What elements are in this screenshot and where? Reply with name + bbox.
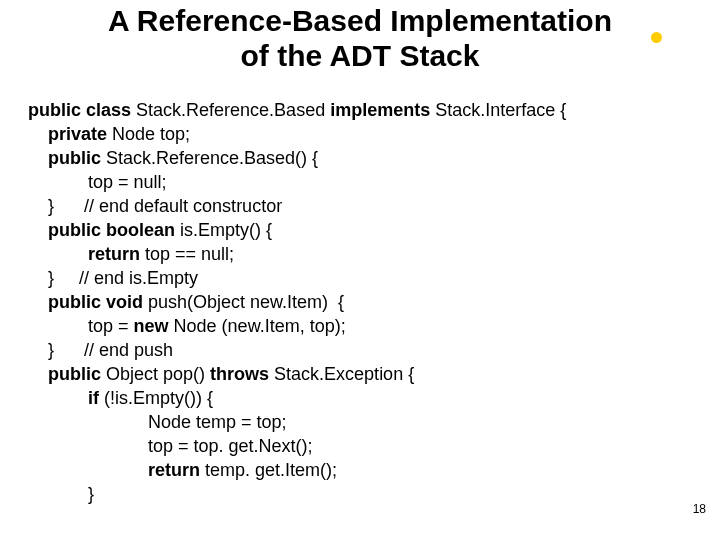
code-text: is.Empty() { — [180, 220, 272, 240]
code-text: Node temp = top; — [28, 412, 287, 432]
code-text: temp. get.Item(); — [205, 460, 337, 480]
code-text: } // end push — [28, 340, 173, 360]
kw-private: private — [28, 124, 112, 144]
code-text: Node top; — [112, 124, 190, 144]
kw-new: new — [134, 316, 174, 336]
kw-return: return — [28, 460, 205, 480]
kw-implements: implements — [330, 100, 435, 120]
code-text: } // end is.Empty — [28, 268, 198, 288]
code-text: Node (new.Item, top); — [174, 316, 346, 336]
code-text: Object pop() — [106, 364, 210, 384]
kw-return: return — [28, 244, 145, 264]
kw-public: public — [28, 148, 106, 168]
page-number: 18 — [693, 502, 706, 516]
code-text: Stack.Reference.Based() { — [106, 148, 318, 168]
slide-title: A Reference-Based Implementation of the … — [0, 0, 720, 73]
slide: A Reference-Based Implementation of the … — [0, 0, 720, 540]
kw-public-class: public class — [28, 100, 136, 120]
code-text: Stack.Reference.Based — [136, 100, 330, 120]
bullet-dot-icon — [651, 32, 662, 43]
code-text: } // end default constructor — [28, 196, 282, 216]
code-text: push(Object new.Item) { — [148, 292, 344, 312]
code-text: Stack.Exception { — [274, 364, 414, 384]
kw-throws: throws — [210, 364, 274, 384]
title-line-2: of the ADT Stack — [241, 39, 480, 72]
code-text: (!is.Empty()) { — [104, 388, 213, 408]
code-block: public class Stack.Reference.Based imple… — [28, 98, 566, 506]
title-line-1: A Reference-Based Implementation — [108, 4, 612, 37]
code-text: top = null; — [28, 172, 167, 192]
kw-public-boolean: public boolean — [28, 220, 180, 240]
kw-if: if — [28, 388, 104, 408]
code-text: Stack.Interface { — [435, 100, 566, 120]
code-text: top = — [28, 316, 134, 336]
code-text: } — [28, 484, 94, 504]
kw-public: public — [28, 364, 106, 384]
code-text: top = top. get.Next(); — [28, 436, 313, 456]
code-text: top == null; — [145, 244, 234, 264]
kw-public-void: public void — [28, 292, 148, 312]
